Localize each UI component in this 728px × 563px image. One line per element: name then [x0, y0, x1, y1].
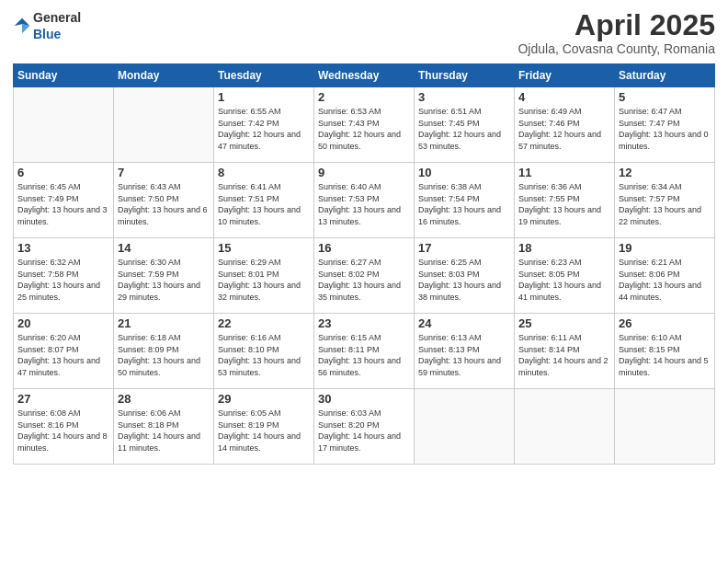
calendar-cell: 21Sunrise: 6:18 AMSunset: 8:09 PMDayligh…: [114, 314, 214, 389]
day-number: 3: [418, 90, 510, 104]
day-number: 8: [218, 166, 310, 179]
svg-marker-1: [22, 24, 29, 33]
calendar-location: Ojdula, Covasna County, Romania: [518, 41, 715, 56]
calendar-week-0: 1Sunrise: 6:55 AMSunset: 7:42 PMDaylight…: [14, 87, 715, 163]
day-info: Sunrise: 6:16 AMSunset: 8:10 PMDaylight:…: [218, 332, 310, 378]
calendar-cell: 8Sunrise: 6:41 AMSunset: 7:51 PMDaylight…: [214, 163, 314, 238]
day-info: Sunrise: 6:23 AMSunset: 8:05 PMDaylight:…: [518, 257, 610, 303]
header-tuesday: Tuesday: [214, 64, 314, 87]
calendar-week-3: 20Sunrise: 6:20 AMSunset: 8:07 PMDayligh…: [14, 314, 715, 389]
day-number: 26: [619, 316, 711, 330]
calendar-cell: 20Sunrise: 6:20 AMSunset: 8:07 PMDayligh…: [14, 314, 114, 389]
calendar-cell: 4Sunrise: 6:49 AMSunset: 7:46 PMDaylight…: [515, 87, 615, 163]
day-number: 6: [17, 166, 109, 179]
day-info: Sunrise: 6:15 AMSunset: 8:11 PMDaylight:…: [318, 332, 410, 378]
day-info: Sunrise: 6:06 AMSunset: 8:18 PMDaylight:…: [118, 408, 210, 454]
day-number: 4: [518, 90, 610, 104]
calendar-cell: 16Sunrise: 6:27 AMSunset: 8:02 PMDayligh…: [314, 238, 415, 314]
calendar-cell: 28Sunrise: 6:06 AMSunset: 8:18 PMDayligh…: [114, 389, 214, 465]
logo-general: General: [33, 10, 81, 25]
calendar-cell: 1Sunrise: 6:55 AMSunset: 7:42 PMDaylight…: [214, 87, 314, 163]
calendar-cell: 10Sunrise: 6:38 AMSunset: 7:54 PMDayligh…: [415, 163, 515, 238]
day-info: Sunrise: 6:47 AMSunset: 7:47 PMDaylight:…: [619, 106, 711, 152]
day-info: Sunrise: 6:36 AMSunset: 7:55 PMDaylight:…: [518, 181, 610, 227]
calendar-week-2: 13Sunrise: 6:32 AMSunset: 7:58 PMDayligh…: [14, 238, 715, 314]
day-number: 25: [518, 316, 610, 330]
day-number: 12: [619, 166, 711, 179]
calendar-cell: 14Sunrise: 6:30 AMSunset: 7:59 PMDayligh…: [114, 238, 214, 314]
calendar-cell: 24Sunrise: 6:13 AMSunset: 8:13 PMDayligh…: [415, 314, 515, 389]
day-number: 15: [218, 241, 310, 255]
page: General Blue April 2025 Ojdula, Covasna …: [0, 0, 728, 563]
day-number: 14: [118, 241, 210, 255]
day-info: Sunrise: 6:27 AMSunset: 8:02 PMDaylight:…: [318, 257, 410, 303]
day-number: 16: [318, 241, 410, 255]
day-number: 2: [318, 90, 410, 104]
logo-icon: [13, 17, 31, 35]
calendar-week-1: 6Sunrise: 6:45 AMSunset: 7:49 PMDaylight…: [14, 163, 715, 238]
calendar-header-row: Sunday Monday Tuesday Wednesday Thursday…: [14, 64, 715, 87]
calendar-cell: 5Sunrise: 6:47 AMSunset: 7:47 PMDaylight…: [615, 87, 715, 163]
calendar-cell: [615, 389, 715, 465]
header-friday: Friday: [515, 64, 615, 87]
day-number: 9: [318, 166, 410, 179]
calendar-table: Sunday Monday Tuesday Wednesday Thursday…: [13, 63, 715, 465]
day-info: Sunrise: 6:49 AMSunset: 7:46 PMDaylight:…: [518, 106, 610, 152]
title-block: April 2025 Ojdula, Covasna County, Roman…: [518, 9, 715, 56]
calendar-cell: 22Sunrise: 6:16 AMSunset: 8:10 PMDayligh…: [214, 314, 314, 389]
calendar-cell: 30Sunrise: 6:03 AMSunset: 8:20 PMDayligh…: [314, 389, 415, 465]
day-number: 19: [619, 241, 711, 255]
calendar-cell: [14, 87, 114, 163]
day-number: 20: [17, 316, 109, 330]
calendar-cell: [515, 389, 615, 465]
day-info: Sunrise: 6:41 AMSunset: 7:51 PMDaylight:…: [218, 181, 310, 227]
calendar-cell: 12Sunrise: 6:34 AMSunset: 7:57 PMDayligh…: [615, 163, 715, 238]
day-info: Sunrise: 6:10 AMSunset: 8:15 PMDaylight:…: [619, 332, 711, 378]
calendar-cell: [415, 389, 515, 465]
logo-blue: Blue: [33, 27, 61, 41]
day-info: Sunrise: 6:13 AMSunset: 8:13 PMDaylight:…: [418, 332, 510, 378]
day-number: 13: [17, 241, 109, 255]
day-info: Sunrise: 6:21 AMSunset: 8:06 PMDaylight:…: [619, 257, 711, 303]
day-number: 11: [518, 166, 610, 179]
day-number: 17: [418, 241, 510, 255]
day-info: Sunrise: 6:30 AMSunset: 7:59 PMDaylight:…: [118, 257, 210, 303]
day-info: Sunrise: 6:45 AMSunset: 7:49 PMDaylight:…: [17, 181, 109, 227]
calendar-cell: 13Sunrise: 6:32 AMSunset: 7:58 PMDayligh…: [14, 238, 114, 314]
calendar-title: April 2025: [518, 9, 715, 41]
calendar-cell: 29Sunrise: 6:05 AMSunset: 8:19 PMDayligh…: [214, 389, 314, 465]
day-number: 24: [418, 316, 510, 330]
day-info: Sunrise: 6:08 AMSunset: 8:16 PMDaylight:…: [17, 408, 109, 454]
calendar-cell: [114, 87, 214, 163]
day-info: Sunrise: 6:20 AMSunset: 8:07 PMDaylight:…: [17, 332, 109, 378]
day-number: 10: [418, 166, 510, 179]
day-number: 23: [318, 316, 410, 330]
day-number: 29: [218, 392, 310, 406]
calendar-cell: 19Sunrise: 6:21 AMSunset: 8:06 PMDayligh…: [615, 238, 715, 314]
calendar-cell: 7Sunrise: 6:43 AMSunset: 7:50 PMDaylight…: [114, 163, 214, 238]
day-number: 1: [218, 90, 310, 104]
header: General Blue April 2025 Ojdula, Covasna …: [13, 9, 715, 56]
header-saturday: Saturday: [615, 64, 715, 87]
calendar-cell: 25Sunrise: 6:11 AMSunset: 8:14 PMDayligh…: [515, 314, 615, 389]
day-number: 27: [17, 392, 109, 406]
calendar-cell: 17Sunrise: 6:25 AMSunset: 8:03 PMDayligh…: [415, 238, 515, 314]
calendar-cell: 23Sunrise: 6:15 AMSunset: 8:11 PMDayligh…: [314, 314, 415, 389]
day-info: Sunrise: 6:38 AMSunset: 7:54 PMDaylight:…: [418, 181, 510, 227]
day-info: Sunrise: 6:11 AMSunset: 8:14 PMDaylight:…: [518, 332, 610, 378]
header-sunday: Sunday: [14, 64, 114, 87]
logo: General Blue: [13, 9, 81, 42]
day-info: Sunrise: 6:32 AMSunset: 7:58 PMDaylight:…: [17, 257, 109, 303]
header-thursday: Thursday: [415, 64, 515, 87]
calendar-cell: 9Sunrise: 6:40 AMSunset: 7:53 PMDaylight…: [314, 163, 415, 238]
day-number: 30: [318, 392, 410, 406]
day-info: Sunrise: 6:34 AMSunset: 7:57 PMDaylight:…: [619, 181, 711, 227]
day-number: 28: [118, 392, 210, 406]
calendar-week-4: 27Sunrise: 6:08 AMSunset: 8:16 PMDayligh…: [14, 389, 715, 465]
calendar-cell: 27Sunrise: 6:08 AMSunset: 8:16 PMDayligh…: [14, 389, 114, 465]
calendar-cell: 11Sunrise: 6:36 AMSunset: 7:55 PMDayligh…: [515, 163, 615, 238]
day-info: Sunrise: 6:43 AMSunset: 7:50 PMDaylight:…: [118, 181, 210, 227]
day-info: Sunrise: 6:40 AMSunset: 7:53 PMDaylight:…: [318, 181, 410, 227]
day-number: 5: [619, 90, 711, 104]
day-info: Sunrise: 6:53 AMSunset: 7:43 PMDaylight:…: [318, 106, 410, 152]
